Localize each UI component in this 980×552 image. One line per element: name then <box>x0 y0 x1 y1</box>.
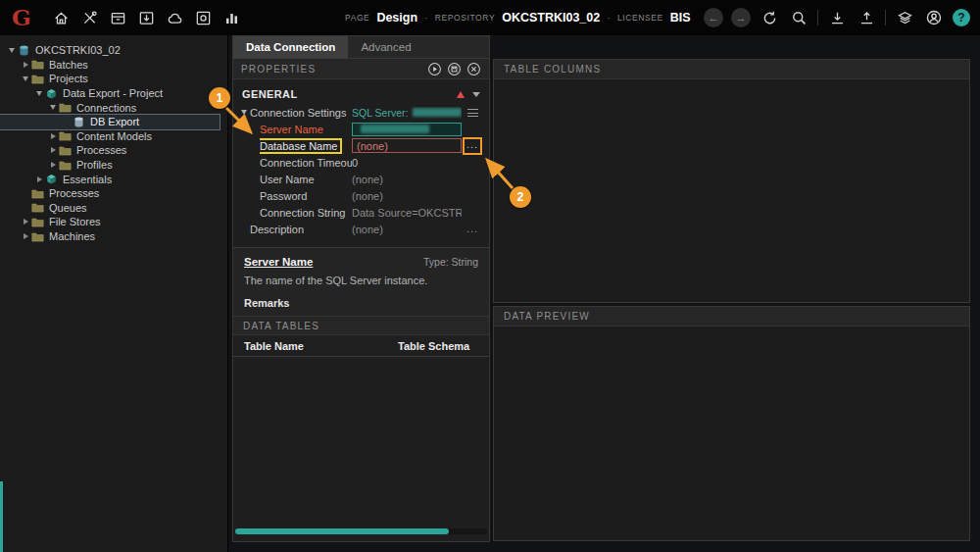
connection-settings-value: SQL Server: <box>352 107 408 119</box>
tree-item-label: Content Models <box>74 130 155 142</box>
licensee-value: BIS <box>670 11 691 25</box>
expander-icon[interactable] <box>47 105 59 110</box>
expander-icon[interactable] <box>20 62 31 68</box>
expander-icon[interactable] <box>47 133 59 139</box>
database-name-browse-button[interactable]: ... <box>463 137 482 155</box>
property-grid: GENERAL Connection Settings SQL Server: … <box>233 79 489 541</box>
property-row-server-name[interactable]: Server Name <box>233 121 489 137</box>
property-row-password[interactable]: Password (none) <box>233 187 489 204</box>
connection-timeout-value[interactable]: 0 <box>352 157 358 169</box>
page-value[interactable]: Design <box>376 11 417 25</box>
horizontal-scrollbar[interactable] <box>235 528 487 534</box>
grooper-logo: G <box>12 0 31 35</box>
property-row-connection-settings[interactable]: Connection Settings SQL Server: <box>233 104 489 121</box>
database-name-label-highlight: Database Name <box>260 138 342 154</box>
tools-icon[interactable] <box>79 7 101 28</box>
topbar-actions: ← → ? <box>704 0 970 35</box>
tree-scrollbar-thumb[interactable] <box>0 481 3 552</box>
tree-item-projects[interactable]: Projects <box>0 72 227 86</box>
tree-item-label: Profiles <box>74 159 116 171</box>
properties-title: PROPERTIES <box>241 64 316 75</box>
folder-icon <box>31 202 46 213</box>
tree-item-label: Projects <box>46 73 91 84</box>
tree-item-content-models[interactable]: Content Models <box>0 129 227 144</box>
tree-item-label: OKCSTRKI03_02 <box>32 44 123 56</box>
expander-icon[interactable] <box>33 91 45 96</box>
save-button[interactable] <box>446 61 462 76</box>
repository-icon <box>18 44 32 57</box>
close-button[interactable] <box>466 61 481 76</box>
tree-item-data-export-project[interactable]: Data Export - Project <box>0 86 227 101</box>
tree-item-processes[interactable]: Processes <box>0 186 227 201</box>
expander-icon[interactable] <box>241 110 250 115</box>
expander-icon[interactable] <box>20 233 31 239</box>
batches-box-icon[interactable] <box>108 7 129 28</box>
folder-icon <box>59 102 74 113</box>
tree-item-essentials[interactable]: Essentials <box>0 172 227 186</box>
scrollbar-thumb[interactable] <box>235 528 449 534</box>
password-value[interactable]: (none) <box>352 190 383 202</box>
download-icon[interactable] <box>826 7 848 28</box>
column-header-table-name[interactable]: Table Name <box>244 340 398 352</box>
folder-icon <box>31 59 46 70</box>
menu-icon[interactable] <box>467 109 478 117</box>
help-remarks-heading: Remarks <box>244 297 478 316</box>
topbar: G PAGE Design · REPOSITORY OKCSTRKI03_02… <box>0 0 980 35</box>
edit-description-button[interactable]: ... <box>466 226 478 232</box>
property-row-user-name[interactable]: User Name (none) <box>233 171 489 187</box>
tree-item-repository[interactable]: OKCSTRKI03_02 <box>0 43 227 58</box>
home-icon[interactable] <box>51 7 73 28</box>
tree-item-queues[interactable]: Queues <box>0 201 227 216</box>
tree-item-profiles[interactable]: Profiles <box>0 158 227 173</box>
folder-icon <box>59 145 74 156</box>
tree-item-machines[interactable]: Machines <box>0 229 227 244</box>
layers-icon[interactable] <box>894 7 915 28</box>
help-property-type: Type: String <box>423 256 478 268</box>
error-indicator-icon <box>457 91 465 98</box>
import-box-icon[interactable] <box>136 7 158 28</box>
cloud-icon[interactable] <box>165 7 186 28</box>
expander-icon[interactable] <box>47 147 59 153</box>
table-columns-body <box>494 79 969 302</box>
expander-icon[interactable] <box>33 176 45 182</box>
machine-box-icon[interactable] <box>193 7 215 28</box>
execute-button[interactable] <box>426 61 442 76</box>
help-icon[interactable]: ? <box>953 9 970 26</box>
database-name-value[interactable]: (none) <box>352 138 462 153</box>
property-row-database-name[interactable]: Database Name (none) ... <box>233 137 489 154</box>
stats-chart-icon[interactable] <box>221 7 243 28</box>
property-row-connection-timeout[interactable]: Connection Timeout 0 <box>233 154 489 171</box>
tab-data-connection[interactable]: Data Connection <box>233 36 348 58</box>
refresh-icon[interactable] <box>759 7 780 28</box>
expander-icon[interactable] <box>6 48 18 53</box>
description-value[interactable]: (none) <box>352 224 383 235</box>
column-header-table-schema[interactable]: Table Schema <box>398 340 469 352</box>
topbar-nav <box>51 7 243 28</box>
repository-value[interactable]: OKCSTRKI03_02 <box>502 11 600 25</box>
tree-item-label: Connections <box>74 102 139 114</box>
search-icon[interactable] <box>788 7 809 28</box>
property-row-connection-string[interactable]: Connection String Data Source=OKCSTRKI..… <box>233 204 489 221</box>
forward-icon[interactable]: → <box>731 8 751 27</box>
tree-item-db-export[interactable]: DB Export <box>0 115 220 129</box>
collapse-chevron-icon[interactable] <box>472 92 480 97</box>
folder-icon <box>31 231 46 242</box>
expander-icon[interactable] <box>20 76 31 81</box>
general-section-header[interactable]: GENERAL <box>233 84 489 104</box>
tree-item-connections[interactable]: Connections <box>0 100 227 115</box>
tree-item-processes-project[interactable]: Processes <box>0 143 227 158</box>
property-row-description[interactable]: Description (none) ... <box>233 221 489 237</box>
upload-icon[interactable] <box>856 7 877 28</box>
tree-item-batches[interactable]: Batches <box>0 58 227 73</box>
back-icon[interactable]: ← <box>704 8 723 27</box>
property-help-panel: Server Name Type: String The name of the… <box>233 247 489 316</box>
user-icon[interactable] <box>923 7 945 28</box>
user-name-value[interactable]: (none) <box>352 174 383 185</box>
general-icons <box>457 91 480 98</box>
server-name-input[interactable] <box>352 123 462 136</box>
tab-advanced[interactable]: Advanced <box>348 36 423 58</box>
node-tree-panel: OKCSTRKI03_02 Batches Projects Data Expo… <box>0 35 228 552</box>
expander-icon[interactable] <box>20 219 31 225</box>
tree-item-file-stores[interactable]: File Stores <box>0 215 227 229</box>
expander-icon[interactable] <box>47 162 59 168</box>
